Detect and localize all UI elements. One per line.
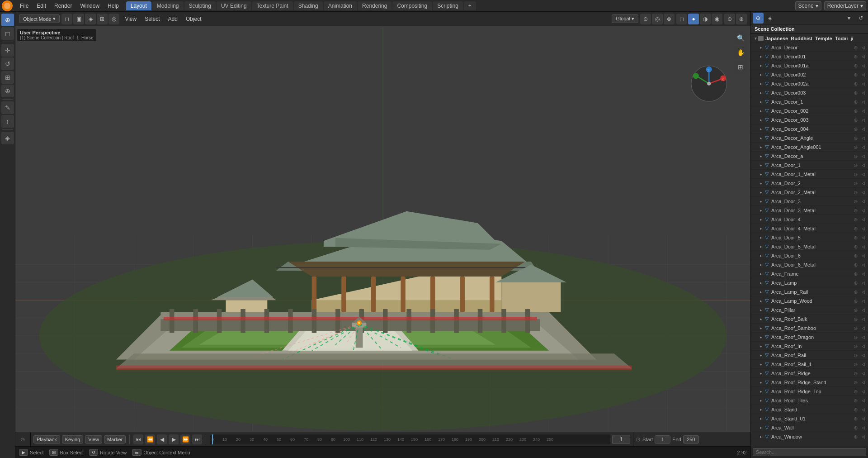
outliner-item-26[interactable]: ▸ ▽ Arca_Frame ◎ ◁ <box>751 269 868 278</box>
object-mode-selector[interactable]: Object Mode ▾ <box>19 14 60 23</box>
outliner-item-20[interactable]: ▸ ▽ Arca_Door_4 ◎ ◁ <box>751 215 868 224</box>
item-hide-btn-18[interactable]: ◁ <box>860 198 866 205</box>
item-hide-btn-30[interactable]: ◁ <box>860 307 866 313</box>
viewport-overlay-icon[interactable]: ⊙ <box>724 14 735 24</box>
item-hide-btn-21[interactable]: ◁ <box>860 225 866 232</box>
filter-icon[interactable]: ▼ <box>844 13 854 24</box>
item-select-btn-20[interactable]: ◎ <box>853 216 859 223</box>
item-select-btn-1[interactable]: ◎ <box>853 44 859 51</box>
outliner-item-24[interactable]: ▸ ▽ Arca_Door_6 ◎ ◁ <box>751 251 868 260</box>
annotate-tool[interactable]: ✎ <box>1 101 14 114</box>
item-select-btn-43[interactable]: ◎ <box>853 425 859 431</box>
outliner-item-31[interactable]: ▸ ▽ Arca_Roof_Balk ◎ ◁ <box>751 315 868 324</box>
item-hide-btn-16[interactable]: ◁ <box>860 180 866 186</box>
item-hide-btn-17[interactable]: ◁ <box>860 189 866 196</box>
tab-animation[interactable]: Animation <box>324 1 357 10</box>
outliner-item-36[interactable]: ▸ ▽ Arca_Roof_Rail_1 ◎ ◁ <box>751 360 868 369</box>
solid-shading-icon[interactable]: ● <box>688 14 699 24</box>
item-hide-btn-11[interactable]: ◁ <box>860 135 866 141</box>
keying-menu[interactable]: Keying <box>62 435 84 444</box>
item-select-btn-30[interactable]: ◎ <box>853 307 859 313</box>
scene-selector[interactable]: Scene ▾ <box>795 1 821 10</box>
item-select-btn-7[interactable]: ◎ <box>853 99 859 105</box>
end-frame-input[interactable]: 250 <box>683 435 699 444</box>
outliner-item-21[interactable]: ▸ ▽ Arca_Door_4_Metal ◎ ◁ <box>751 224 868 233</box>
item-select-btn-6[interactable]: ◎ <box>853 90 859 96</box>
move-tool[interactable]: ✛ <box>1 44 14 57</box>
outliner-item-1[interactable]: ▸ ▽ Arca_Decor ◎ ◁ <box>751 43 868 52</box>
rendered-icon[interactable]: ◉ <box>712 14 722 24</box>
item-select-btn-2[interactable]: ◎ <box>853 53 859 60</box>
outliner-item-5[interactable]: ▸ ▽ Arca_Decor002a ◎ ◁ <box>751 79 868 88</box>
outliner-item-37[interactable]: ▸ ▽ Arca_Roof_Ridge ◎ ◁ <box>751 369 868 378</box>
tab-modeling[interactable]: Modeling <box>152 1 184 10</box>
outliner-item-2[interactable]: ▸ ▽ Arca_Decor001 ◎ ◁ <box>751 52 868 61</box>
outliner-item-9[interactable]: ▸ ▽ Arca_Decor_003 ◎ ◁ <box>751 115 868 124</box>
viewport-icon-4[interactable]: ⊞ <box>97 14 108 24</box>
outliner-root-item[interactable]: ▾ Japanese_Buddhist_Temple_Todai_ji <box>751 34 868 43</box>
outliner-item-16[interactable]: ▸ ▽ Arca_Door_2 ◎ ◁ <box>751 179 868 188</box>
outliner-item-38[interactable]: ▸ ▽ Arca_Roof_Ridge_Stand ◎ ◁ <box>751 378 868 387</box>
viewport-icon-5[interactable]: ◎ <box>108 14 119 24</box>
item-select-btn-22[interactable]: ◎ <box>853 234 859 241</box>
outliner-item-34[interactable]: ▸ ▽ Arca_Roof_In ◎ ◁ <box>751 342 868 351</box>
outliner-item-10[interactable]: ▸ ▽ Arca_Decor_004 ◎ ◁ <box>751 124 868 134</box>
item-hide-btn-5[interactable]: ◁ <box>860 81 866 87</box>
play-backward-btn[interactable]: ◀ <box>157 434 167 444</box>
rotate-tool[interactable]: ↺ <box>1 57 14 70</box>
item-select-btn-39[interactable]: ◎ <box>853 388 859 395</box>
item-hide-btn-1[interactable]: ◁ <box>860 44 866 51</box>
gizmo-icon[interactable]: ⊕ <box>736 14 747 24</box>
outliner-icon[interactable]: ⊙ <box>753 13 764 24</box>
object-menu-btn[interactable]: Object <box>182 15 205 23</box>
item-select-btn-17[interactable]: ◎ <box>853 189 859 196</box>
item-hide-btn-36[interactable]: ◁ <box>860 361 866 367</box>
outliner-item-18[interactable]: ▸ ▽ Arca_Door_3 ◎ ◁ <box>751 197 868 206</box>
item-hide-btn-44[interactable]: ◁ <box>860 434 866 440</box>
item-select-btn-28[interactable]: ◎ <box>853 289 859 295</box>
item-hide-btn-32[interactable]: ◁ <box>860 325 866 331</box>
item-select-btn-15[interactable]: ◎ <box>853 171 859 177</box>
item-hide-btn-15[interactable]: ◁ <box>860 171 866 177</box>
outliner-item-33[interactable]: ▸ ▽ Arca_Roof_Dragon ◎ ◁ <box>751 333 868 342</box>
item-select-btn-41[interactable]: ◎ <box>853 406 859 413</box>
item-hide-btn-23[interactable]: ◁ <box>860 243 866 250</box>
item-select-btn-33[interactable]: ◎ <box>853 334 859 340</box>
item-hide-btn-26[interactable]: ◁ <box>860 271 866 277</box>
item-hide-btn-22[interactable]: ◁ <box>860 234 866 241</box>
global-selector[interactable]: Global ▾ <box>612 14 638 23</box>
item-hide-btn-35[interactable]: ◁ <box>860 352 866 358</box>
search-overlay-icon[interactable]: 🔍 <box>734 32 747 44</box>
add-menu-btn[interactable]: Add <box>165 15 181 23</box>
item-hide-btn-31[interactable]: ◁ <box>860 316 866 322</box>
item-select-btn-44[interactable]: ◎ <box>853 434 859 440</box>
outliner-item-8[interactable]: ▸ ▽ Arca_Decor_002 ◎ ◁ <box>751 106 868 115</box>
proportional-edit-icon[interactable]: ◎ <box>652 14 663 24</box>
item-select-btn-21[interactable]: ◎ <box>853 225 859 232</box>
outliner-item-30[interactable]: ▸ ▽ Arca_Pillar ◎ ◁ <box>751 305 868 315</box>
outliner-item-13[interactable]: ▸ ▽ Arca_Decor_a ◎ ◁ <box>751 152 868 161</box>
viewport-icon-3[interactable]: ◈ <box>85 14 96 24</box>
outliner-item-11[interactable]: ▸ ▽ Arca_Decor_Angle ◎ ◁ <box>751 134 868 143</box>
item-select-btn-3[interactable]: ◎ <box>853 62 859 69</box>
item-select-btn-35[interactable]: ◎ <box>853 352 859 358</box>
item-select-btn-23[interactable]: ◎ <box>853 243 859 250</box>
item-select-btn-27[interactable]: ◎ <box>853 280 859 286</box>
item-hide-btn-2[interactable]: ◁ <box>860 53 866 60</box>
outliner-list[interactable]: ▾ Japanese_Buddhist_Temple_Todai_ji ▸ ▽ … <box>751 34 868 446</box>
item-select-btn-38[interactable]: ◎ <box>853 379 859 386</box>
item-select-btn-37[interactable]: ◎ <box>853 370 859 377</box>
item-hide-btn-39[interactable]: ◁ <box>860 388 866 395</box>
render-menu[interactable]: Render <box>51 2 75 10</box>
current-frame-display[interactable]: 1 <box>612 435 630 444</box>
item-select-btn-25[interactable]: ◎ <box>853 262 859 268</box>
item-select-btn-36[interactable]: ◎ <box>853 361 859 367</box>
play-forward-btn[interactable]: ▶ <box>169 434 179 444</box>
outliner-item-44[interactable]: ▸ ▽ Arca_Window ◎ ◁ <box>751 432 868 441</box>
window-menu[interactable]: Window <box>76 2 103 10</box>
item-select-btn-40[interactable]: ◎ <box>853 397 859 404</box>
item-select-btn-8[interactable]: ◎ <box>853 108 859 114</box>
tab-texture-paint[interactable]: Texture Paint <box>252 1 293 10</box>
item-hide-btn-10[interactable]: ◁ <box>860 126 866 132</box>
outliner-item-27[interactable]: ▸ ▽ Arca_Lamp ◎ ◁ <box>751 278 868 287</box>
